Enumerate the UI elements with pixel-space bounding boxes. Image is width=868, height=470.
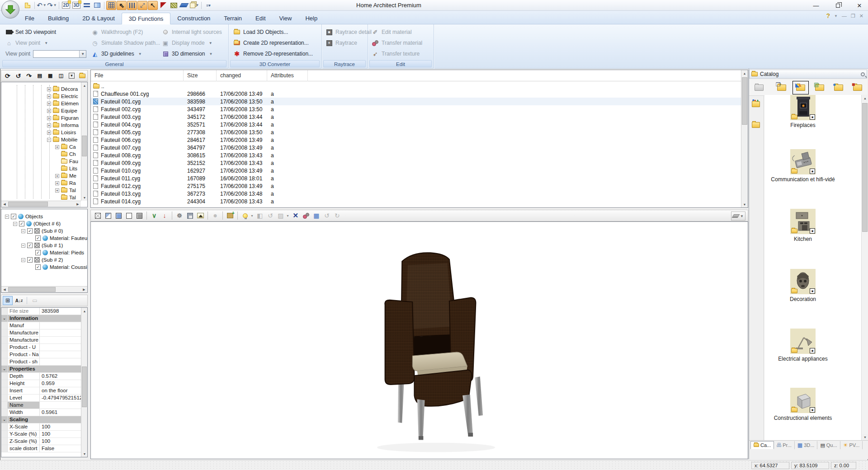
ground-axis-icon[interactable]: ∨: [149, 211, 159, 220]
details-view-icon[interactable]: ▤: [35, 71, 45, 80]
object-tree-item[interactable]: ✓Material: Pieds: [29, 249, 84, 256]
tree-expander-icon[interactable]: +: [47, 116, 51, 120]
raytrace-button[interactable]: ✶ Raytrace: [324, 38, 359, 47]
categorized-view-icon[interactable]: ⊞: [3, 296, 13, 305]
corner-marker-icon[interactable]: [158, 1, 168, 10]
tree-expander-icon[interactable]: +: [47, 131, 51, 135]
simulate-shadow-button[interactable]: ◷ Simulate Shadow path...: [90, 38, 162, 47]
tab-windows-icon[interactable]: ❒: [774, 81, 790, 94]
column-header-attributes[interactable]: Attributes: [267, 70, 308, 81]
tree-item-ca[interactable]: +Ca: [55, 143, 76, 150]
view-point-combobox[interactable]: ▼: [33, 50, 86, 58]
horizontal-split-icon[interactable]: [82, 1, 92, 10]
property-row-width[interactable]: Width0.5961: [1, 409, 81, 416]
tree-item-electric[interactable]: +Electric: [47, 93, 78, 100]
property-row-product-u[interactable]: Product - U: [1, 344, 81, 351]
catalog-tab-pv[interactable]: ☀PV...: [840, 441, 863, 449]
walkthrough-button[interactable]: ◉ Walkthrough (F2): [90, 28, 145, 37]
dropdown-arrow-icon[interactable]: ▼: [286, 214, 289, 217]
mdi-minimize-button[interactable]: —: [842, 13, 847, 19]
view-point-button[interactable]: ⌂ View point▼: [4, 38, 50, 47]
catalog-tab-pr[interactable]: 品Pr...: [774, 441, 795, 449]
roof-tool-icon[interactable]: [179, 1, 189, 10]
refresh-icon[interactable]: ⟳: [3, 71, 13, 80]
grid-snap-icon[interactable]: [106, 1, 116, 10]
column-header-changed[interactable]: changed: [217, 70, 267, 81]
minimize-button[interactable]: —: [811, 2, 821, 9]
tree-expander-icon[interactable]: +: [55, 181, 59, 185]
file-row[interactable]: Fauteuil 001.cyg38359817/06/2008 13:50a: [91, 98, 741, 105]
checkbox-icon[interactable]: ✓: [35, 250, 41, 255]
table-view-icon[interactable]: ▦: [311, 211, 321, 220]
transfer-material-button[interactable]: Transfer material: [370, 38, 424, 47]
file-row[interactable]: Fauteuil 009.cyg35215217/06/2008 13:43a: [91, 159, 741, 167]
rotate-ccw-icon[interactable]: ↺: [14, 71, 24, 80]
view-3d-icon[interactable]: 3D: [71, 1, 81, 10]
catalog-item-fireplace[interactable]: ★Fireplaces: [764, 95, 841, 128]
internal-light-sources-button[interactable]: Internal light sources: [160, 28, 224, 37]
checkbox-icon[interactable]: ✓: [27, 228, 33, 234]
tree-item-ra[interactable]: +Ra: [55, 179, 76, 187]
scroll-down-icon[interactable]: ▼: [81, 451, 88, 457]
tree-expander-icon[interactable]: +: [55, 174, 59, 178]
new-note-icon[interactable]: [23, 1, 33, 10]
property-row-z-scale-[interactable]: Z-Scale (%)100: [1, 438, 81, 445]
render-settings-icon[interactable]: ☸: [175, 211, 184, 220]
view-white-icon[interactable]: [124, 211, 134, 220]
tree-expander-icon[interactable]: −: [47, 138, 51, 142]
property-row-x-scale[interactable]: X-Scale100: [1, 423, 81, 431]
property-row-insert[interactable]: Inserton the floor: [1, 387, 81, 395]
tree-expander-icon[interactable]: −: [21, 244, 25, 248]
tab-2d-layout[interactable]: 2D & Layout: [75, 13, 122, 24]
file-row[interactable]: Fauteuil 008.cyg30861517/06/2008 13:43a: [91, 151, 741, 159]
file-row[interactable]: Fauteuil 003.cyg34517217/06/2008 13:44a: [91, 113, 741, 121]
file-row[interactable]: Fauteuil 004.cyg35257117/06/2008 13:44a: [91, 121, 741, 128]
tree-expander-icon[interactable]: +: [55, 188, 59, 193]
create-2d-representation-button[interactable]: Create 2D representation...: [231, 38, 311, 47]
tab-3d-functions[interactable]: 3D Functions: [122, 13, 171, 24]
plain-folder-icon[interactable]: [752, 122, 760, 129]
property-section-scaling[interactable]: ⌄Scaling: [1, 416, 81, 423]
render-sphere-icon[interactable]: ●: [210, 211, 220, 220]
thumbnails-view-icon[interactable]: ▦: [46, 71, 56, 80]
dropdown-arrow-icon[interactable]: ▼: [250, 214, 254, 217]
open-folder-icon[interactable]: [77, 71, 87, 80]
select-special-icon[interactable]: ⇖: [117, 1, 127, 10]
tree-item-mobilie[interactable]: −Mobilie: [47, 136, 77, 143]
scroll-left-icon[interactable]: ◀: [1, 287, 8, 293]
tree-expander-icon[interactable]: −: [5, 215, 9, 219]
property-section-properties[interactable]: ⌄Properties: [1, 366, 81, 373]
property-row-height[interactable]: Height0.959: [1, 380, 81, 387]
measure-icon[interactable]: ⤢: [137, 1, 147, 10]
hatch-tool-icon[interactable]: [169, 1, 179, 10]
file-row[interactable]: Fauteuil 012.cyg27517517/06/2008 13:49a: [91, 182, 741, 190]
undo-icon[interactable]: ↶▼: [37, 1, 47, 10]
property-row-depth[interactable]: Depth0.5762: [1, 373, 81, 380]
tab-help[interactable]: Help: [298, 13, 324, 24]
tree-item-loisirs[interactable]: +Loisirs: [47, 129, 76, 136]
3d-dimension-button[interactable]: 3D dimension▼: [160, 49, 214, 58]
catalog-vscrollbar[interactable]: ▲ ▼: [861, 95, 868, 440]
property-row-product-sh[interactable]: Product - sh: [1, 358, 81, 366]
file-row[interactable]: Fauteuil 006.cyg28461717/06/2008 13:49a: [91, 136, 741, 144]
column-display-icon[interactable]: [127, 1, 137, 10]
transfer-texture-button[interactable]: ➶ Transfer texture: [370, 49, 421, 58]
scroll-up-icon[interactable]: ▲: [741, 70, 748, 76]
tree-item-ch[interactable]: Ch: [55, 150, 76, 158]
tree-expander-icon[interactable]: +: [55, 145, 59, 149]
tree-expander-icon[interactable]: +: [47, 102, 51, 106]
tab-edit[interactable]: Edit: [249, 13, 272, 24]
tab-building[interactable]: Building: [41, 13, 75, 24]
remove-2d-representation-button[interactable]: ✱ Remove 2D-representation...: [231, 49, 315, 58]
vertical-split-icon[interactable]: [92, 1, 102, 10]
scroll-up-icon[interactable]: ▲: [862, 95, 868, 101]
sorted-folder-icon[interactable]: ■●▲: [752, 101, 760, 108]
scroll-down-icon[interactable]: ▼: [81, 194, 88, 201]
3d-viewport[interactable]: [90, 221, 748, 459]
tab-documents-icon[interactable]: ▤: [811, 81, 828, 94]
tab-internet-icon[interactable]: ●: [830, 81, 847, 94]
previous-view-icon[interactable]: ↺: [265, 211, 275, 220]
scroll-down-icon[interactable]: ▼: [741, 201, 748, 207]
set-3d-viewpoint-button[interactable]: Set 3D viewpoint: [4, 28, 58, 37]
tree-expander-icon[interactable]: −: [21, 229, 25, 233]
